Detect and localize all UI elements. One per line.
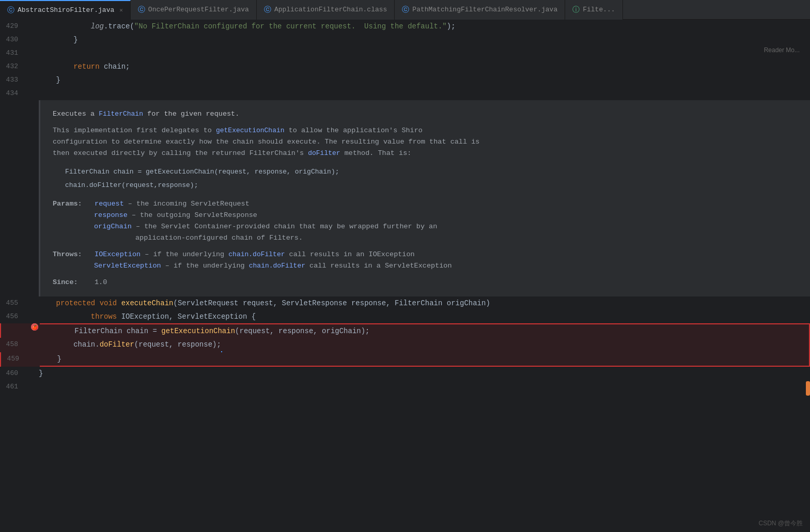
code-line-458: 458 chain.doFilter(request, response); <box>0 338 810 352</box>
line-content-459: } <box>40 352 810 367</box>
breakpoint-icon: 🍎 <box>31 323 38 331</box>
code-line-431: 431 <box>0 46 810 60</box>
line-num-458: 458 <box>0 338 28 351</box>
code-line-459: 459 } <box>0 352 810 367</box>
code-line-460: 460 } <box>0 367 810 380</box>
doc-title: Executes a FilterChain for the given req… <box>53 108 798 120</box>
code-line-455: 455 protected void executeChain(ServletR… <box>0 296 810 310</box>
editor-area[interactable]: 429 log.trace("No FilterChain configured… <box>0 20 810 532</box>
tab-label-1: AbstractShiroFilter.java <box>18 6 114 14</box>
tab-icon-4: ⓒ <box>402 5 409 14</box>
bp-col-457: 🍎 <box>29 323 40 331</box>
since-section: Since: 1.0 <box>53 277 798 288</box>
tab-abstract-shiro-filter[interactable]: ⓒ AbstractShiroFilter.java ✕ <box>0 0 131 20</box>
throws-section: Throws: IOException – if the underlying … <box>53 249 798 272</box>
line-num-433: 433 <box>0 73 28 87</box>
code-line-430: 430 } <box>0 33 810 46</box>
breakpoint-457: 🍎 <box>31 323 38 331</box>
scroll-marker[interactable] <box>806 381 810 396</box>
line-num-459: 459 <box>1 352 29 366</box>
line-content-458: chain.doFilter(request, response); <box>39 338 810 352</box>
code-line-456: 456 throws IOException, ServletException… <box>0 310 810 323</box>
line-content-433: } <box>39 73 810 87</box>
code-container: 429 log.trace("No FilterChain configured… <box>0 20 810 394</box>
tab-icon-1: ⓒ <box>7 6 14 15</box>
tab-application-filter-chain[interactable]: ⓒ ApplicationFilterChain.class <box>257 0 395 20</box>
code-line-434: 434 <box>0 87 810 100</box>
line-content-457: FilterChain chain = getExecutionChain(re… <box>40 323 810 338</box>
tab-once-per-request-filter[interactable]: ⓒ OncePerRequestFilter.java <box>131 0 257 20</box>
line-num-432: 432 <box>0 60 28 73</box>
line-num-doc <box>0 100 28 107</box>
line-num-434: 434 <box>0 87 28 100</box>
tab-bar: ⓒ AbstractShiroFilter.java ✕ ⓒ OncePerRe… <box>0 0 810 20</box>
line-num-461: 461 <box>0 380 28 394</box>
main-content: 429 log.trace("No FilterChain configured… <box>0 20 810 532</box>
line-content-434 <box>39 87 810 100</box>
line-content-455: protected void executeChain(ServletReque… <box>39 296 810 310</box>
tab-close-1[interactable]: ✕ <box>119 7 123 13</box>
code-line-429: 429 log.trace("No FilterChain configured… <box>0 20 810 33</box>
doc-code2: chain.doFilter(request,response); <box>65 180 798 191</box>
doc-block: Executes a FilterChain for the given req… <box>39 100 810 296</box>
tab-label-2: OncePerRequestFilter.java <box>148 6 249 13</box>
doc-code1: FilterChain chain = getExecutionChain(re… <box>65 166 798 178</box>
line-num-431: 431 <box>0 46 28 60</box>
tab-icon-2: ⓒ <box>138 5 145 14</box>
tab-label-3: ApplicationFilterChain.class <box>274 6 387 13</box>
line-content-461 <box>39 380 810 394</box>
line-num-429: 429 <box>0 20 28 33</box>
line-num-456: 456 <box>0 310 28 323</box>
tab-icon-3: ⓒ <box>264 5 271 14</box>
tab-label-5: Filte... <box>583 6 615 13</box>
line-content-432: return chain; <box>39 60 810 73</box>
tab-label-4: PathMatchingFilterChainResolver.java <box>412 6 557 13</box>
code-line-433: 433 } <box>0 73 810 87</box>
tab-icon-5: ⓘ <box>572 5 580 14</box>
svg-text:🍎: 🍎 <box>32 324 38 331</box>
line-content-430: } <box>39 33 810 46</box>
tab-filte[interactable]: ⓘ Filte... <box>565 0 622 20</box>
doc-para1: This implementation first delegates to g… <box>53 125 798 159</box>
line-content-456: throws IOException, ServletException { <box>39 310 810 323</box>
line-content-431 <box>39 46 810 60</box>
line-num-455: 455 <box>0 296 28 310</box>
line-num-430: 430 <box>0 33 28 46</box>
line-content-460: } <box>39 367 810 380</box>
code-line-457: 🍎 FilterChain chain = getExecutionChain(… <box>0 323 810 338</box>
doc-block-line: Executes a FilterChain for the given req… <box>0 100 810 296</box>
tab-path-matching-filter-chain-resolver[interactable]: ⓒ PathMatchingFilterChainResolver.java <box>395 0 565 20</box>
code-line-461: 461 <box>0 380 810 394</box>
params-section: Params: request – the incoming ServletRe… <box>53 198 798 244</box>
csdn-watermark: CSDN @曾今胜 <box>758 519 803 528</box>
line-content-429: log.trace("No FilterChain configured for… <box>39 20 810 33</box>
code-line-432: 432 return chain; <box>0 60 810 73</box>
reader-mode-label: Reader Mo... <box>764 46 800 54</box>
line-num-460: 460 <box>0 367 28 380</box>
